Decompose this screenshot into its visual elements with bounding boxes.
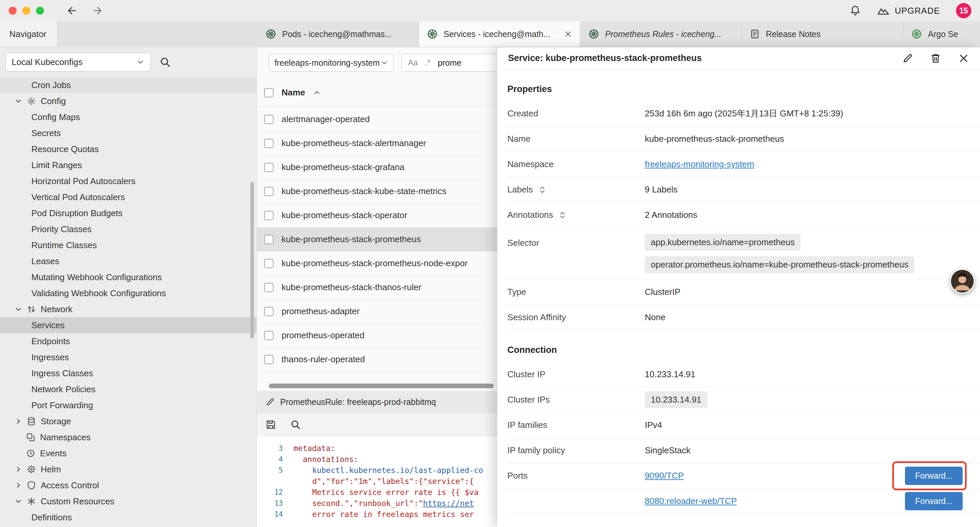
dock-tab-prometheusrule[interactable]: PrometheusRule: freeleaps-prod-rabbitmq [257,391,490,413]
type-value: ClusterIP [645,287,681,297]
name-column-header[interactable]: Name [282,88,305,98]
sidebar-item-validating-webhook-configurations[interactable]: Validating Webhook Configurations [0,285,256,301]
sidebar-item-ingress-classes[interactable]: Ingress Classes [0,365,256,381]
close-tab-icon[interactable] [564,30,572,38]
row-checkbox[interactable] [264,115,274,124]
chevron-down-icon [380,59,388,66]
sidebar-item-horizontal-pod-autoscalers[interactable]: Horizontal Pod Autoscalers [0,173,256,189]
sidebar-group-helm[interactable]: Helm [0,461,256,477]
tab-argo[interactable]: Argo Se [903,21,980,47]
namespace-filter[interactable]: freeleaps-monitoring-system [269,54,394,72]
chevron-down-icon [15,97,22,105]
row-checkbox[interactable] [264,235,274,244]
edit-button[interactable] [902,53,913,64]
item-label: Validating Webhook Configurations [31,288,166,299]
upgrade-button[interactable]: UPGRADE [877,6,940,16]
sidebar-item-endpoints[interactable]: Endpoints [0,333,256,349]
close-drawer-button[interactable] [958,53,969,64]
upgrade-mountains-icon [877,6,889,15]
sidebar-item-resource-quotas[interactable]: Resource Quotas [0,141,256,157]
sidebar-search-icon[interactable] [159,56,171,68]
match-case-icon[interactable]: Aa [408,58,418,67]
port-link-9090[interactable]: 9090/TCP [645,471,684,481]
sidebar-item-config-maps[interactable]: Config Maps [0,109,256,125]
sidebar-group-access-control[interactable]: Access Control [0,477,256,493]
sidebar-item-namespaces[interactable]: Namespaces [0,429,256,445]
sidebar-item-leases[interactable]: Leases [0,253,256,269]
sidebar-item-pod-disruption-budgets[interactable]: Pod Disruption Budgets [0,205,256,221]
sidebar-item-runtime-classes[interactable]: Runtime Classes [0,237,256,253]
service-name: kube-prometheus-stack-thanos-ruler [282,282,421,293]
row-checkbox[interactable] [264,211,274,220]
sidebar-item-ingresses[interactable]: Ingresses [0,349,256,365]
port-link-8080[interactable]: 8080:reloader-web/TCP [645,496,737,506]
notification-count-badge[interactable]: 15 [956,3,971,18]
navigator-panel-tab[interactable]: Navigator [0,21,57,47]
sidebar-group-storage[interactable]: Storage [0,413,256,429]
sidebar-scrollbar-thumb[interactable] [250,182,254,339]
sidebar-item-limit-ranges[interactable]: Limit Ranges [0,157,256,173]
tab-pods[interactable]: Pods - icecheng@mathmas... [258,21,419,47]
labels-expand-icon[interactable] [538,186,546,194]
cluster-ips-label: Cluster IPs [508,395,550,405]
tab-prometheus-rules[interactable]: Prometheus Rules - icecheng... [581,21,742,47]
regex-icon[interactable]: .* [425,58,430,67]
editor-search-button[interactable] [290,419,301,430]
detail-body: Properties Created 253d 16h 6m ago (2025… [497,69,980,527]
chevron-right-icon [15,417,22,425]
tab-label: Prometheus Rules - icecheng... [605,29,721,39]
row-checkbox[interactable] [264,355,274,364]
sidebar-item-port-forwarding[interactable]: Port Forwarding [0,397,256,413]
minimize-window-button[interactable] [22,7,30,15]
row-checkbox[interactable] [264,187,274,196]
detail-row-port-1: Ports 9090/TCP Forward... [508,463,980,489]
select-all-checkbox[interactable] [264,88,274,97]
sidebar-item-priority-classes[interactable]: Priority Classes [0,221,256,237]
kubernetes-cluster-icon [589,29,599,39]
tab-label: Pods - icecheng@mathmas... [282,29,391,39]
save-button[interactable] [266,419,276,430]
item-label: Events [40,448,67,459]
sidebar-search-row: Local Kubeconfigs [0,47,256,72]
kubeconfig-selector[interactable]: Local Kubeconfigs [5,53,151,72]
tab-services[interactable]: Services - icecheng@math... [419,21,581,47]
support-avatar[interactable] [950,269,975,293]
forward-button-9090[interactable]: Forward... [905,466,963,485]
back-button[interactable] [66,5,78,17]
row-checkbox[interactable] [264,331,274,340]
service-detail-drawer: Service: kube-prometheus-stack-prometheu… [497,47,980,527]
close-window-button[interactable] [9,7,17,15]
row-checkbox[interactable] [264,259,274,268]
annotations-expand-icon[interactable] [558,211,566,219]
sidebar-item-events[interactable]: Events [0,445,256,461]
sidebar-group-custom-resources[interactable]: Custom Resources [0,493,256,509]
sidebar-item-network-policies[interactable]: Network Policies [0,381,256,397]
forward-button[interactable] [91,5,103,17]
row-checkbox[interactable] [264,307,274,316]
horizontal-scrollbar-thumb[interactable] [269,384,494,388]
sidebar-item-mutating-webhook-configurations[interactable]: Mutating Webhook Configurations [0,269,256,285]
sidebar-group-config[interactable]: Config [0,93,256,109]
notifications-bell-icon[interactable] [849,5,861,17]
tab-label: Services - icecheng@math... [444,29,550,39]
sidebar-item-cron-jobs[interactable]: Cron Jobs [0,77,256,93]
namespace-link[interactable]: freeleaps-monitoring-system [645,159,754,169]
item-label: Vertical Pod Autoscalers [31,192,125,202]
sidebar-item-secrets[interactable]: Secrets [0,125,256,141]
detail-row-ip-family-policy: IP family policy SingleStack [508,438,980,463]
sidebar-item-services[interactable]: Services [0,317,256,333]
ip-family-policy-value: SingleStack [645,445,690,455]
row-checkbox[interactable] [264,163,274,172]
delete-button[interactable] [930,53,941,64]
sidebar-item-definitions[interactable]: Definitions [0,509,256,525]
sort-ascending-icon[interactable] [313,89,321,96]
sidebar-group-network[interactable]: Network [0,301,256,317]
row-checkbox[interactable] [264,283,274,292]
row-checkbox[interactable] [264,139,274,148]
sidebar-item-vertical-pod-autoscalers[interactable]: Vertical Pod Autoscalers [0,189,256,205]
tab-release-notes[interactable]: Release Notes [742,21,903,47]
item-label: Ingress Classes [31,368,93,379]
ip-families-label: IP families [508,420,547,430]
zoom-window-button[interactable] [36,7,44,15]
forward-button-8080[interactable]: Forward... [905,492,963,510]
